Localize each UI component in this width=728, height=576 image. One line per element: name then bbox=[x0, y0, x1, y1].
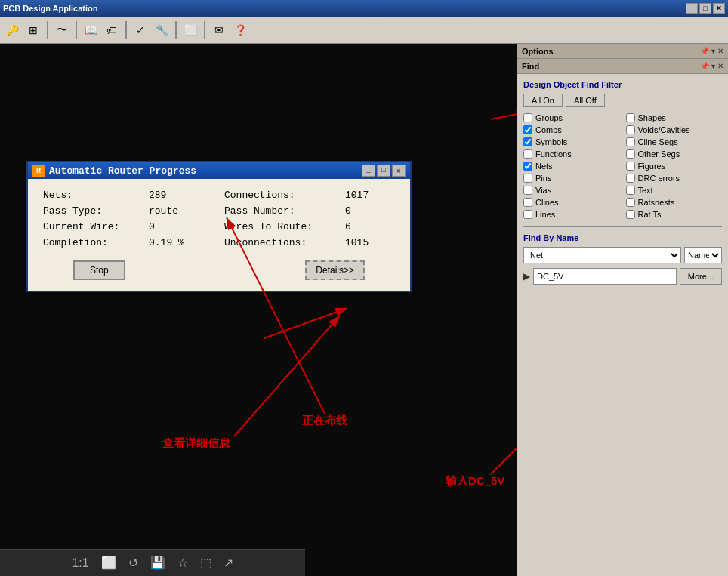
checkbox-symbols: Symbols bbox=[523, 137, 620, 146]
pin-icon[interactable]: 📌 bbox=[700, 47, 709, 55]
find-dropdown-icon[interactable]: ▾ bbox=[711, 62, 715, 70]
toolbar-separator-2 bbox=[76, 21, 77, 39]
groups-checkbox[interactable] bbox=[523, 113, 532, 122]
checkbox-other-segs: Other Segs bbox=[626, 149, 723, 159]
figures-checkbox[interactable] bbox=[626, 162, 635, 171]
connections-value: 1017 bbox=[345, 189, 421, 201]
annotation-input-dc5v: 输入DC_5V bbox=[446, 474, 504, 488]
pins-label: Pins bbox=[535, 174, 551, 183]
dialog-maximize-btn[interactable]: □ bbox=[377, 165, 390, 177]
other-segs-label: Other Segs bbox=[638, 149, 680, 159]
find-pin-icon[interactable]: 📌 bbox=[700, 62, 709, 70]
book-icon[interactable]: 📖 bbox=[82, 21, 100, 39]
checkbox-text: Text bbox=[626, 186, 723, 195]
maximize-button[interactable]: □ bbox=[699, 3, 711, 14]
nets-checkbox[interactable] bbox=[523, 162, 532, 171]
other-segs-checkbox[interactable] bbox=[626, 149, 635, 159]
comps-checkbox[interactable] bbox=[523, 125, 532, 134]
rotate-icon[interactable]: ↺ bbox=[128, 556, 138, 570]
all-on-button[interactable]: All On bbox=[523, 94, 563, 107]
options-close-icon[interactable]: ✕ bbox=[717, 47, 723, 55]
drc-errors-checkbox[interactable] bbox=[626, 174, 635, 183]
options-header-icons: 📌 ▾ ✕ bbox=[700, 47, 723, 55]
title-bar: PCB Design Application _ □ ✕ bbox=[0, 0, 728, 17]
dialog-content: Nets: 289 Connections: 1017 Pass Type: r… bbox=[28, 179, 410, 291]
pins-checkbox[interactable] bbox=[523, 174, 532, 183]
voids-label: Voids/Cavities bbox=[638, 125, 690, 134]
name-dropdown[interactable]: Name bbox=[684, 247, 722, 263]
dialog-title-buttons: _ □ ✕ bbox=[362, 165, 406, 177]
nets-value: 289 bbox=[149, 189, 224, 201]
divider bbox=[523, 226, 722, 227]
main-content: R Automatic Router Progress _ □ ✕ Nets: … bbox=[0, 44, 728, 576]
checkbox-shapes: Shapes bbox=[626, 113, 723, 122]
search-input[interactable] bbox=[533, 268, 677, 285]
find-close-icon[interactable]: ✕ bbox=[717, 62, 723, 70]
clines-checkbox[interactable] bbox=[523, 198, 532, 207]
rat-ts-checkbox[interactable] bbox=[626, 210, 635, 219]
current-wire-label: Current Wire: bbox=[43, 221, 149, 233]
key-icon[interactable]: 🔑 bbox=[3, 21, 21, 39]
cline-segs-checkbox[interactable] bbox=[626, 137, 635, 146]
help-icon[interactable]: ❓ bbox=[231, 21, 249, 39]
symbols-checkbox[interactable] bbox=[523, 137, 532, 146]
dropdown-icon[interactable]: ▾ bbox=[711, 47, 715, 55]
annotation-routing: 正在布线 bbox=[302, 414, 347, 428]
object-type-dropdown[interactable]: Net Component Symbol Pin bbox=[523, 247, 681, 263]
text-label: Text bbox=[638, 186, 653, 195]
checkbox-cline-segs: Cline Segs bbox=[626, 137, 723, 146]
tag-icon[interactable]: 🏷 bbox=[103, 21, 121, 39]
symbols-label: Symbols bbox=[535, 137, 567, 146]
more-button[interactable]: More... bbox=[680, 268, 722, 285]
toolbar: 🔑 ⊞ 〜 📖 🏷 ✓ 🔧 ⬜ ✉ ❓ bbox=[0, 17, 728, 44]
vias-checkbox[interactable] bbox=[523, 186, 532, 195]
stop-button[interactable]: Stop bbox=[73, 260, 125, 280]
toolbar-separator-4 bbox=[175, 21, 177, 39]
vias-label: Vias bbox=[535, 186, 551, 195]
check-icon[interactable]: ✓ bbox=[131, 21, 150, 39]
close-button[interactable]: ✕ bbox=[713, 3, 725, 14]
voids-checkbox[interactable] bbox=[626, 125, 635, 134]
wrench-icon[interactable]: 🔧 bbox=[153, 21, 171, 39]
grid-icon[interactable]: ⊞ bbox=[24, 21, 42, 39]
nets-label: Nets: bbox=[43, 189, 149, 201]
canvas-area[interactable]: R Automatic Router Progress _ □ ✕ Nets: … bbox=[0, 44, 517, 576]
copy-icon[interactable]: ⬚ bbox=[200, 556, 211, 570]
envelope-icon[interactable]: ✉ bbox=[210, 21, 228, 39]
minimize-button[interactable]: _ bbox=[686, 3, 698, 14]
dialog-minimize-btn[interactable]: _ bbox=[362, 165, 375, 177]
search-row: ▶ More... bbox=[523, 268, 722, 285]
checkbox-drc-errors: DRC errors bbox=[626, 174, 723, 183]
svg-line-5 bbox=[491, 414, 517, 474]
functions-checkbox[interactable] bbox=[523, 149, 532, 159]
dialog-close-btn[interactable]: ✕ bbox=[392, 165, 406, 177]
status-bar: 1:1 ⬜ ↺ 💾 ☆ ⬚ ↗ bbox=[0, 549, 305, 576]
frame-icon[interactable]: ⬜ bbox=[101, 556, 116, 570]
dialog-title-bar: R Automatic Router Progress _ □ ✕ bbox=[28, 162, 410, 179]
completion-value: 0.19 % bbox=[149, 237, 224, 248]
export-icon[interactable]: ↗ bbox=[224, 556, 233, 570]
ratsnests-label: Ratsnests bbox=[638, 198, 675, 207]
dropdown-row: Net Component Symbol Pin Name bbox=[523, 247, 722, 263]
svg-line-3 bbox=[264, 308, 347, 338]
wires-to-route-value: 6 bbox=[345, 221, 421, 233]
save-icon[interactable]: 💾 bbox=[150, 556, 165, 570]
ratsnests-checkbox[interactable] bbox=[626, 198, 635, 207]
star-icon[interactable]: ☆ bbox=[177, 556, 188, 570]
options-title: Options bbox=[522, 47, 554, 56]
clines-label: Clines bbox=[535, 198, 559, 207]
text-checkbox[interactable] bbox=[626, 186, 635, 195]
dialog-grid: Nets: 289 Connections: 1017 Pass Type: r… bbox=[43, 189, 395, 248]
dialog-title: Automatic Router Progress bbox=[49, 165, 196, 177]
lines-checkbox[interactable] bbox=[523, 210, 532, 219]
find-title: Find bbox=[522, 62, 539, 71]
checkbox-ratsnests: Ratsnests bbox=[626, 198, 723, 207]
window-icon[interactable]: ⬜ bbox=[181, 21, 199, 39]
all-off-button[interactable]: All Off bbox=[566, 94, 605, 107]
annotation-see-details: 查看详细信息 bbox=[162, 436, 230, 451]
checkbox-nets: Nets bbox=[523, 162, 620, 171]
shapes-checkbox[interactable] bbox=[626, 113, 635, 122]
checkbox-rat-ts: Rat Ts bbox=[626, 210, 723, 219]
wave-icon[interactable]: 〜 bbox=[53, 21, 71, 39]
details-button[interactable]: Details>> bbox=[305, 260, 365, 280]
